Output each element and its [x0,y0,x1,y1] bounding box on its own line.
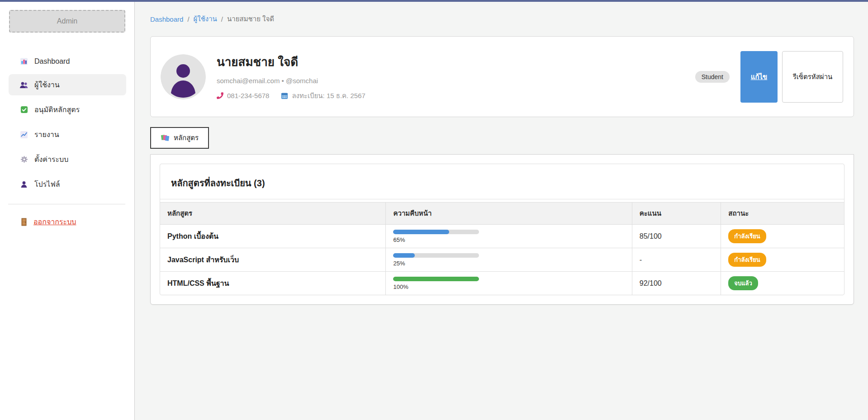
approve-icon [19,106,28,114]
status-badge: กำลังเรียน [728,253,766,267]
tab-courses[interactable]: หลักสูตร [150,127,209,149]
logout-label: ออกจากระบบ [33,216,76,227]
course-row: HTML/CSS พื้นฐาน100%92/100จบแล้ว [160,272,844,295]
courses-header-row: หลักสูตรความคืบหน้าคะแนนสถานะ [160,203,844,225]
sidebar: Admin Dashboardผู้ใช้งานอนุมัติหลักสูตรร… [0,2,135,420]
app-logo: Admin [9,10,125,33]
sidebar-item-profile[interactable]: โปรไฟล์ [9,174,126,195]
profile-card: นายสมชาย ใจดี somchai@email.com • @somch… [150,36,854,117]
sidebar-item-users[interactable]: ผู้ใช้งาน [9,74,126,95]
card-title-divider [160,199,844,199]
courses-table: หลักสูตรความคืบหน้าคะแนนสถานะ Python เบื… [160,202,844,295]
users-icon [19,81,28,89]
phone-icon [217,92,223,99]
profile-meta: 081-234-5678 ลงทะเบียน: 15 ธ.ค. 2567 [217,90,365,101]
breadcrumb-separator: / [221,15,223,23]
logout-link[interactable]: ออกจากระบบ [19,216,76,227]
progress-bar [393,253,479,258]
column-header: หลักสูตร [160,203,386,225]
sidebar-item-dashboard[interactable]: Dashboard [9,52,126,71]
person-icon [161,54,206,99]
course-status-cell: กำลังเรียน [721,248,844,272]
profile-email: somchai@email.com [217,77,280,85]
course-name: JavaScript สำหรับเว็บ [160,248,386,272]
main-content: Dashboard / ผู้ใช้งาน / นายสมชาย ใจดี นา… [135,2,868,420]
sidebar-item-approve-courses[interactable]: อนุมัติหลักสูตร [9,99,126,120]
settings-icon [19,156,28,164]
course-score: 92/100 [632,272,721,295]
course-row: Python เบื้องต้น65%85/100กำลังเรียน [160,225,844,248]
column-header: คะแนน [632,203,721,225]
sidebar-item-label: ตั้งค่าระบบ [34,154,68,165]
status-badge: จบแล้ว [728,276,758,290]
role-badge: Student [695,71,730,83]
progress-label: 65% [393,236,624,243]
profile-name: นายสมชาย ใจดี [217,52,365,71]
sidebar-item-label: ผู้ใช้งาน [34,79,60,90]
profile-registered: ลงทะเบียน: 15 ธ.ค. 2567 [292,90,365,101]
column-header: ความคืบหน้า [386,203,632,225]
course-score: - [632,248,721,272]
sidebar-item-label: Dashboard [34,57,70,66]
calendar-icon [281,92,288,99]
profile-email-separator: • [282,77,284,85]
app-logo-label: Admin [57,17,77,25]
sidebar-item-settings[interactable]: ตั้งค่าระบบ [9,149,126,170]
course-status-cell: จบแล้ว [721,272,844,295]
sidebar-item-label: รายงาน [34,129,59,140]
course-score: 85/100 [632,225,721,248]
sidebar-menu: Dashboardผู้ใช้งานอนุมัติหลักสูตรรายงานต… [0,52,134,195]
profile-registered-item: ลงทะเบียน: 15 ธ.ค. 2567 [281,90,365,101]
course-name: Python เบื้องต้น [160,225,386,248]
course-progress-cell: 100% [386,272,632,295]
progress-bar [393,230,479,234]
tab-pane-courses: หลักสูตรที่ลงทะเบียน (3) หลักสูตรความคืบ… [150,154,854,305]
profile-phone: 081-234-5678 [227,92,269,99]
door-icon [19,218,28,226]
breadcrumb: Dashboard / ผู้ใช้งาน / นายสมชาย ใจดี [150,14,854,24]
course-name: HTML/CSS พื้นฐาน [160,272,386,295]
column-header: สถานะ [721,203,844,225]
app-layout: Admin Dashboardผู้ใช้งานอนุมัติหลักสูตรร… [0,2,868,420]
courses-table-head: หลักสูตรความคืบหน้าคะแนนสถานะ [160,203,844,225]
course-progress-cell: 65% [386,225,632,248]
enrolled-courses-title: หลักสูตรที่ลงทะเบียน (3) [160,164,844,199]
tab-bar: หลักสูตร [150,127,854,149]
status-badge: กำลังเรียน [728,229,766,243]
sidebar-item-reports[interactable]: รายงาน [9,124,126,145]
edit-button[interactable]: แก้ไข [740,51,778,103]
sidebar-divider [8,204,125,204]
profile-handle: @somchai [286,77,318,85]
reset-password-button[interactable]: รีเซ็ตรหัสผ่าน [782,51,843,103]
courses-table-body: Python เบื้องต้น65%85/100กำลังเรียนJavaS… [160,225,844,295]
breadcrumb-users[interactable]: ผู้ใช้งาน [194,14,217,24]
course-progress-cell: 25% [386,248,632,272]
profile-email-line: somchai@email.com • @somchai [217,77,365,85]
progress-bar [393,277,479,281]
avatar [161,54,206,99]
breadcrumb-current: นายสมชาย ใจดี [227,14,274,24]
breadcrumb-dashboard[interactable]: Dashboard [150,15,183,23]
profile-phone-item: 081-234-5678 [217,92,269,99]
course-row: JavaScript สำหรับเว็บ25%-กำลังเรียน [160,248,844,272]
dashboard-icon [19,57,28,66]
course-status-cell: กำลังเรียน [721,225,844,248]
progress-label: 100% [393,283,624,290]
enrolled-courses-card: หลักสูตรที่ลงทะเบียน (3) หลักสูตรความคืบ… [160,164,844,295]
reports-icon [19,131,28,139]
tab-courses-label: หลักสูตร [174,132,199,143]
breadcrumb-separator: / [187,15,189,23]
books-icon [161,134,170,142]
sidebar-item-label: อนุมัติหลักสูตร [34,104,80,115]
sidebar-item-label: โปรไฟล์ [34,179,60,190]
profile-icon [19,180,28,189]
profile-actions: Student แก้ไข รีเซ็ตรหัสผ่าน [695,51,843,103]
profile-info: นายสมชาย ใจดี somchai@email.com • @somch… [217,52,365,101]
progress-label: 25% [393,260,624,267]
